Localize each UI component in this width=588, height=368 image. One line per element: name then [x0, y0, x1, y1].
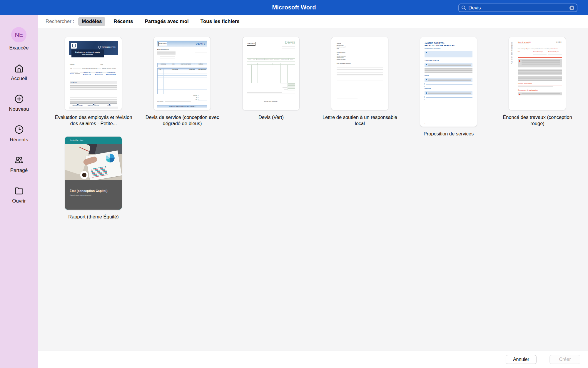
template-title: Devis (Vert)	[230, 114, 312, 120]
sidebar-item-label: Nouveau	[9, 106, 29, 112]
logo-placeholder: LOGO	[556, 41, 562, 46]
titlebar: Microsoft Word	[0, 0, 588, 15]
word-template-gallery-window: Microsoft Word NE Exaucée	[0, 0, 588, 368]
clear-search-icon[interactable]	[569, 5, 574, 11]
template-thumbnail-lettre[interactable]: Votre nom Adresse postale Localité, code…	[331, 37, 388, 110]
thumb-thanks-line: Merci de votre commande !	[243, 101, 299, 102]
sidebar-item-label: Accueil	[11, 76, 27, 82]
template-title: Proposition de services	[407, 131, 490, 137]
thumb-footer-band: NOUS VOUS REMERCIONS DE VOTRE CONFIANCE	[157, 105, 207, 108]
logo-placeholder: VOTRE LOGO ICI	[158, 42, 167, 46]
avatar-initials: NE	[15, 32, 23, 38]
people-icon	[13, 155, 24, 166]
template-card-lettre: Votre nom Adresse postale Localité, code…	[331, 37, 388, 127]
thumb-line-items-table: QTÉ DESCRIPTION PRIX UNITAIRE TOTAL DE L…	[157, 68, 207, 94]
avatar[interactable]: NE	[11, 27, 26, 42]
template-grid: VOTRE LOGOTYPE Évaluation et révision du…	[38, 28, 588, 351]
tab-partages-avec-moi[interactable]: Partagés avec moi	[141, 17, 192, 26]
sidebar-item-partage[interactable]: Partagé	[10, 155, 28, 173]
user-name: Exaucée	[9, 45, 29, 51]
sidebar-item-label: Ouvrir	[12, 198, 26, 204]
plus-circle-icon	[14, 93, 25, 105]
thumb-doc-title: <VOTRE SOCIETE>	[425, 42, 472, 44]
sidebar-item-ouvrir[interactable]: Ouvrir	[12, 185, 26, 204]
sidebar-item-label: Récents	[10, 137, 28, 143]
tab-tous-les-fichiers[interactable]: Tous les fichiers	[197, 17, 243, 26]
main-area: Rechercher : Modèles Récents Partagés av…	[38, 15, 588, 368]
search-icon	[461, 5, 466, 10]
template-thumbnail-evaluation[interactable]: VOTRE LOGOTYPE Évaluation et révision du…	[65, 37, 122, 110]
cancel-button[interactable]: Annuler	[506, 355, 537, 364]
clock-icon	[14, 124, 25, 135]
sidebar-item-accueil[interactable]: Accueil	[11, 63, 27, 82]
logo-placeholder	[71, 43, 77, 49]
thumb-company: Nom de la société	[518, 41, 531, 43]
sidebar-item-recents[interactable]: Récents	[10, 124, 28, 143]
template-title: Énoncé des travaux (conception rouge)	[496, 114, 579, 127]
thumb-top-bar: Année | Par : Nom	[65, 137, 122, 144]
thumb-section-header: GÉNÉRAL	[70, 81, 117, 84]
template-thumbnail-devis-vert[interactable]: VOTRE LOGO ICI Devis Vendeur Date Méthod…	[242, 37, 300, 110]
search-scope-label: Rechercher :	[46, 19, 74, 24]
tab-modeles[interactable]: Modèles	[78, 17, 105, 26]
template-card-devis-bleu: VOTRE LOGO ICI DEVIS Nom de l'entreprise…	[153, 37, 211, 127]
template-card-evaluation: VOTRE LOGOTYPE Évaluation et révision du…	[65, 37, 122, 127]
thumb-page-number: 1	[425, 123, 425, 124]
template-title: Devis de service (conception avec dégrad…	[141, 114, 223, 127]
template-card-enonce-travaux: Cahier des charges Nom de la société LOG…	[509, 37, 566, 127]
template-thumbnail-enonce-travaux[interactable]: Cahier des charges Nom de la société LOG…	[509, 37, 566, 110]
thumb-doc-title: DEVIS	[196, 42, 206, 45]
user-profile[interactable]: NE Exaucée	[9, 27, 29, 51]
thumb-doc-title: État (conception Capital)	[70, 189, 117, 193]
thumb-doc-title: Devis	[285, 40, 295, 44]
template-title: Lettre de soutien à un responsable local	[319, 114, 401, 127]
coffee-cup-graphic	[80, 171, 88, 179]
action-bar: Annuler Créer	[38, 351, 588, 368]
tab-recents[interactable]: Récents	[110, 17, 136, 26]
template-thumbnail-devis-bleu[interactable]: VOTRE LOGO ICI DEVIS Nom de l'entreprise…	[153, 37, 211, 110]
template-thumbnail-rapport-equite[interactable]: Année | Par : Nom	[65, 136, 122, 210]
bar-chart-graphic	[91, 166, 107, 178]
template-card-proposition: <VOTRE SOCIETE> PROPOSITION DE SERVICES …	[420, 37, 477, 127]
sidebar-item-label: Partagé	[10, 168, 28, 173]
filter-bar: Rechercher : Modèles Récents Partagés av…	[38, 15, 588, 28]
thumb-doc-title: Évaluation et révision du salaire des em…	[71, 49, 104, 57]
thumb-line-items-table: Qté N° article Description Prix unitaire…	[247, 63, 295, 83]
thumb-photo	[65, 144, 122, 180]
template-card-rapport-equite: Année | Par : Nom	[65, 136, 122, 220]
template-title: Rapport (thème Équité)	[52, 214, 135, 220]
pie-chart-graphic	[105, 153, 115, 163]
thumb-side-label: Cahier des charges	[510, 42, 513, 64]
template-card-devis-vert: VOTRE LOGO ICI Devis Vendeur Date Méthod…	[242, 37, 300, 127]
thumb-doc-subtitle: [Tapez le sous-titre du document]	[70, 194, 117, 196]
template-thumbnail-proposition[interactable]: <VOTRE SOCIETE> PROPOSITION DE SERVICES …	[420, 37, 477, 127]
sidebar: NE Exaucée Accueil Nouveau	[0, 15, 38, 368]
create-button[interactable]: Créer	[549, 355, 580, 364]
search-input[interactable]	[468, 5, 569, 11]
folder-icon	[14, 185, 25, 196]
home-icon	[14, 63, 25, 74]
template-title: Évaluation des employés et révision des …	[52, 114, 135, 127]
sidebar-item-nouveau[interactable]: Nouveau	[9, 93, 29, 112]
logo-placeholder: VOTRE LOGO ICI	[247, 42, 255, 46]
search-box[interactable]	[458, 4, 577, 12]
